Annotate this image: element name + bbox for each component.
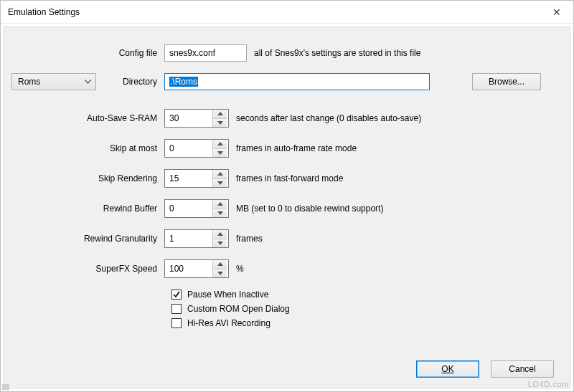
pause-checkbox-row: Pause When Inactive: [171, 290, 557, 300]
auto-save-desc: seconds after last change (0 disables au…: [236, 113, 421, 123]
rewind-buffer-desc: MB (set to 0 to disable rewind support): [236, 204, 383, 214]
skip-most-desc: frames in auto-frame rate mode: [236, 143, 357, 153]
hires-checkbox-row: Hi-Res AVI Recording: [171, 318, 557, 328]
close-button[interactable]: ✕: [540, 1, 573, 24]
spin-down-button[interactable]: [213, 179, 227, 188]
rewind-buffer-input[interactable]: [165, 200, 212, 217]
rewind-granularity-label: Rewind Granularity: [17, 234, 164, 244]
skip-most-label: Skip at most: [17, 143, 164, 153]
browse-button[interactable]: Browse...: [472, 73, 541, 90]
rewind-granularity-spinner[interactable]: [164, 229, 229, 248]
chevron-down-icon: [85, 80, 91, 84]
skip-most-row: Skip at most frames in auto-frame rate m…: [17, 139, 557, 158]
superfx-label: SuperFX Speed: [17, 264, 164, 274]
config-file-row: Config file all of Snes9x's settings are…: [17, 44, 557, 62]
spin-down-button[interactable]: [213, 269, 227, 278]
custom-rom-checkbox-label: Custom ROM Open Dialog: [187, 304, 290, 314]
client-area: Config file all of Snes9x's settings are…: [4, 27, 570, 388]
spin-down-button[interactable]: [213, 209, 227, 218]
rewind-granularity-row: Rewind Granularity frames: [17, 229, 557, 248]
directory-label: Directory: [123, 77, 157, 87]
skip-most-spinner[interactable]: [164, 139, 229, 158]
emulation-settings-window: Emulation Settings ✕ Config file all of …: [0, 0, 574, 392]
check-icon: [173, 291, 180, 298]
spin-down-button[interactable]: [213, 239, 227, 248]
rewind-buffer-spinner[interactable]: [164, 199, 229, 218]
superfx-input[interactable]: [165, 260, 212, 277]
directory-type-combo[interactable]: Roms: [11, 73, 96, 90]
rewind-buffer-row: Rewind Buffer MB (set to 0 to disable re…: [17, 199, 557, 218]
auto-save-label: Auto-Save S-RAM: [17, 113, 164, 123]
auto-save-spinner[interactable]: [164, 109, 229, 128]
spin-up-button[interactable]: [213, 230, 227, 239]
titlebar: Emulation Settings ✕: [1, 1, 573, 24]
custom-rom-checkbox-row: Custom ROM Open Dialog: [171, 304, 557, 314]
pause-checkbox-label: Pause When Inactive: [187, 290, 268, 300]
skip-rendering-input[interactable]: [165, 170, 212, 187]
auto-save-row: Auto-Save S-RAM seconds after last chang…: [17, 109, 557, 128]
spin-down-button[interactable]: [213, 119, 227, 128]
config-file-label: Config file: [17, 48, 164, 58]
superfx-row: SuperFX Speed %: [17, 259, 557, 278]
config-file-input[interactable]: [164, 44, 247, 62]
directory-row: Roms Directory .\Roms Browse...: [17, 73, 557, 90]
skip-rendering-desc: frames in fast-forward mode: [236, 173, 343, 183]
custom-rom-checkbox[interactable]: [171, 304, 182, 314]
rewind-granularity-desc: frames: [236, 234, 263, 244]
skip-most-input[interactable]: [165, 140, 212, 157]
pause-checkbox[interactable]: [171, 290, 182, 300]
spin-up-button[interactable]: [213, 260, 227, 269]
spin-up-button[interactable]: [213, 140, 227, 149]
dialog-buttons: OK Cancel: [416, 360, 554, 378]
directory-type-selected: Roms: [18, 77, 40, 87]
spin-down-button[interactable]: [213, 149, 227, 158]
rewind-granularity-input[interactable]: [165, 230, 212, 247]
config-file-desc: all of Snes9x's settings are stored in t…: [254, 48, 420, 58]
rewind-buffer-label: Rewind Buffer: [17, 204, 164, 214]
skip-rendering-label: Skip Rendering: [17, 173, 164, 183]
directory-input[interactable]: .\Roms: [164, 73, 430, 90]
skip-rendering-spinner[interactable]: [164, 169, 229, 188]
corner-decoration: [2, 384, 9, 390]
superfx-spinner[interactable]: [164, 259, 229, 278]
spin-up-button[interactable]: [213, 170, 227, 179]
window-title: Emulation Settings: [8, 7, 80, 17]
auto-save-input[interactable]: [165, 110, 212, 127]
hires-checkbox-label: Hi-Res AVI Recording: [187, 318, 270, 328]
hires-checkbox[interactable]: [171, 318, 182, 328]
ok-button[interactable]: OK: [416, 360, 479, 378]
spin-up-button[interactable]: [213, 110, 227, 119]
directory-value-selected: .\Roms: [169, 77, 198, 87]
close-icon: ✕: [552, 6, 561, 18]
superfx-desc: %: [236, 264, 244, 274]
cancel-button[interactable]: Cancel: [491, 360, 554, 378]
spin-up-button[interactable]: [213, 200, 227, 209]
skip-rendering-row: Skip Rendering frames in fast-forward mo…: [17, 169, 557, 188]
